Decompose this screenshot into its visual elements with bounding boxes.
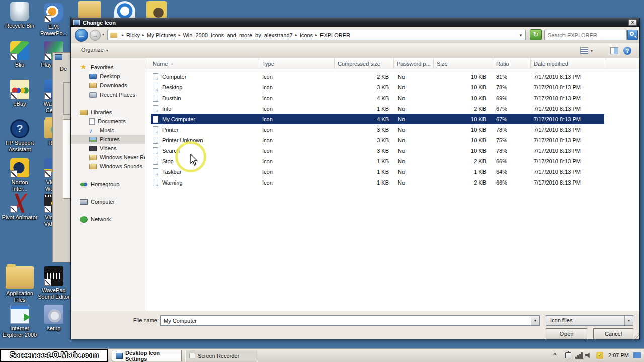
ebay-icon — [10, 80, 29, 99]
file-row[interactable]: Computer Icon 2 KB No 10 KB 81% 7/17/201… — [151, 71, 604, 82]
music-note-icon: ♪ — [89, 127, 97, 134]
file-type-dropdown-icon: ▾ — [624, 316, 633, 325]
file-name-label: File name: — [129, 317, 159, 323]
desktop-icon-hp-support[interactable]: ? HP Support Assistant — [1, 119, 38, 153]
sidebar-item-network[interactable]: Network — [71, 215, 145, 224]
volume-icon[interactable] — [585, 352, 592, 358]
taskbar-clock[interactable]: 2:07 PM — [608, 352, 629, 358]
breadcrumb-separator-icon[interactable]: ▸ — [295, 33, 297, 37]
file-name-dropdown-icon[interactable]: ▾ — [531, 316, 539, 325]
file-row[interactable]: Printer Unknown Icon 3 KB No 10 KB 75% 7… — [151, 135, 604, 145]
address-dropdown-icon[interactable]: ▼ — [519, 33, 523, 38]
sidebar-item-homegroup[interactable]: Homegroup — [71, 179, 145, 189]
cancel-button[interactable]: Cancel — [593, 328, 633, 339]
file-row[interactable]: Taskbar Icon 1 KB No 1 KB 64% 7/17/2010 … — [151, 166, 604, 177]
desktop-icon-fragment-ie[interactable] — [114, 1, 135, 18]
tray-expand-icon[interactable]: ^ — [553, 352, 556, 358]
file-icon — [153, 116, 158, 123]
dialog-titlebar[interactable]: Change Icon × — [71, 18, 639, 27]
views-dropdown-icon[interactable]: ▾ — [591, 49, 593, 53]
open-button[interactable]: Open — [546, 328, 587, 339]
sidebar-item-computer[interactable]: Computer — [71, 197, 145, 206]
star-icon: ★ — [80, 64, 88, 71]
sidebar-item-desktop[interactable]: Desktop — [71, 72, 145, 81]
column-header-date-modified[interactable]: Date modified — [531, 58, 606, 69]
desktop-icon-recycle-bin[interactable]: Recycle Bin — [1, 2, 38, 29]
sidebar-item-music[interactable]: ♪ Music — [71, 126, 145, 135]
column-header-type[interactable]: Type — [259, 58, 335, 69]
desktop-icon-blio[interactable]: Blio — [1, 41, 38, 68]
desktop-icon-fragment-folder[interactable] — [78, 1, 101, 18]
file-size: 10 KB — [434, 127, 493, 133]
sidebar-item-videos[interactable]: Videos — [71, 144, 145, 153]
file-row[interactable]: Dustbin Icon 4 KB No 10 KB 69% 7/17/2010… — [151, 93, 604, 103]
sidebar-item-windows-never-released[interactable]: Windows Never Releas — [71, 153, 145, 162]
taskbar-button-screen-recorder[interactable]: Screen Recorder — [185, 350, 257, 361]
file-row[interactable]: Printer Icon 3 KB No 10 KB 78% 7/17/2010… — [151, 124, 604, 135]
window-icon — [55, 54, 62, 60]
breadcrumb[interactable]: ▸ Ricky ▸ My Pictures ▸ Win_2000_Icons_a… — [107, 30, 526, 40]
network-signal-icon[interactable] — [575, 352, 583, 359]
breadcrumb-segment[interactable]: Win_2000_Icons_and_more_by_alexstrand7 — [183, 32, 292, 38]
search-input[interactable] — [545, 30, 626, 40]
breadcrumb-separator-icon[interactable]: ▸ — [122, 33, 124, 37]
file-ratio: 69% — [493, 95, 531, 101]
preview-pane-icon[interactable] — [610, 47, 618, 54]
file-row[interactable]: Info Icon 1 KB No 2 KB 67% 7/17/2010 8:1… — [151, 103, 604, 114]
file-type-select[interactable]: Icon files ▾ — [546, 315, 633, 326]
sidebar-label: Computer — [91, 199, 115, 205]
desktop-icon-ie2000[interactable]: Internet Explorer 2000 — [1, 305, 38, 338]
sidebar-item-libraries[interactable]: Libraries — [71, 108, 145, 117]
sidebar-label: Pictures — [100, 136, 120, 142]
desktop-icon-application-files[interactable]: Application Files — [1, 266, 38, 303]
forward-button[interactable]: → — [90, 30, 101, 41]
sidebar-item-pictures[interactable]: Pictures — [71, 135, 145, 144]
file-row-selected[interactable]: My Computer Icon 4 KB No 10 KB 67% 7/17/… — [151, 114, 604, 124]
desktop-icon-ebay[interactable]: eBay — [1, 80, 38, 107]
views-icon[interactable] — [580, 47, 588, 54]
desktop-icon-setup[interactable]: setup — [35, 305, 72, 332]
breadcrumb-separator-icon[interactable]: ▸ — [315, 33, 317, 37]
sidebar-item-documents[interactable]: Documents — [71, 117, 145, 126]
power-plug-icon[interactable] — [565, 352, 571, 358]
file-name: Dustbin — [162, 95, 181, 101]
file-size: 10 KB — [434, 74, 493, 80]
sidebar-item-windows-sounds[interactable]: Windows Sounds — [71, 162, 145, 171]
search-button[interactable] — [627, 30, 638, 40]
desktop-icon-norton[interactable]: Norton Inter... — [1, 158, 38, 192]
file-row[interactable]: Search Icon 3 KB No 10 KB 78% 7/17/2010 … — [151, 145, 604, 156]
desktop-icon-settings-window-fragment[interactable]: De — [52, 52, 70, 262]
refresh-button[interactable]: ↻ — [530, 29, 542, 40]
back-button[interactable]: ← — [75, 29, 88, 42]
file-name-input[interactable] — [161, 316, 530, 325]
sidebar-item-downloads[interactable]: Downloads — [71, 81, 145, 90]
show-desktop-button[interactable] — [633, 352, 641, 358]
help-icon[interactable]: ? — [623, 47, 631, 55]
taskbar-button-desktop-icon-settings[interactable]: Desktop Icon Settings — [112, 350, 182, 361]
organize-menu[interactable]: Organize▾ — [81, 47, 108, 53]
antivirus-tray-icon[interactable]: ✓ — [596, 352, 603, 359]
column-header-name[interactable]: Name ▲ — [145, 58, 259, 69]
column-header-password[interactable]: Password p... — [394, 58, 434, 69]
close-button[interactable]: × — [628, 19, 637, 26]
breadcrumb-segment[interactable]: My Pictures — [147, 32, 176, 38]
sidebar-item-favorites[interactable]: ★ Favorites — [71, 63, 145, 72]
desktop-icon-fragment-movie[interactable] — [146, 1, 167, 18]
breadcrumb-separator-icon[interactable]: ▸ — [142, 33, 144, 37]
file-row[interactable]: Desktop Icon 3 KB No 10 KB 78% 7/17/2010… — [151, 82, 604, 93]
file-row[interactable]: Stop Icon 1 KB No 2 KB 66% 7/17/2010 8:1… — [151, 156, 604, 166]
file-row[interactable]: Warning Icon 1 KB No 2 KB 66% 7/17/2010 … — [151, 177, 604, 188]
history-dropdown-icon[interactable]: ▾ — [102, 32, 104, 37]
breadcrumb-segment[interactable]: EXPLORER — [320, 32, 350, 38]
sidebar-item-recent-places[interactable]: Recent Places — [71, 90, 145, 99]
search-icon — [630, 32, 634, 36]
breadcrumb-separator-icon[interactable]: ▸ — [178, 33, 180, 37]
column-header-size[interactable]: Size — [434, 58, 493, 69]
breadcrumb-segment[interactable]: Icons — [300, 32, 313, 38]
desktop-icon-em-powerpoint[interactable]: E.M. PowerPo... — [35, 3, 72, 37]
breadcrumb-segment[interactable]: Ricky — [126, 32, 140, 38]
desktop-icon-wavepad[interactable]: WavePad Sound Editor — [35, 266, 72, 300]
column-header-ratio[interactable]: Ratio — [493, 58, 531, 69]
column-header-compressed-size[interactable]: Compressed size — [335, 58, 394, 69]
desktop-icon-pivot-animator[interactable]: Pivot Animator — [1, 194, 38, 221]
